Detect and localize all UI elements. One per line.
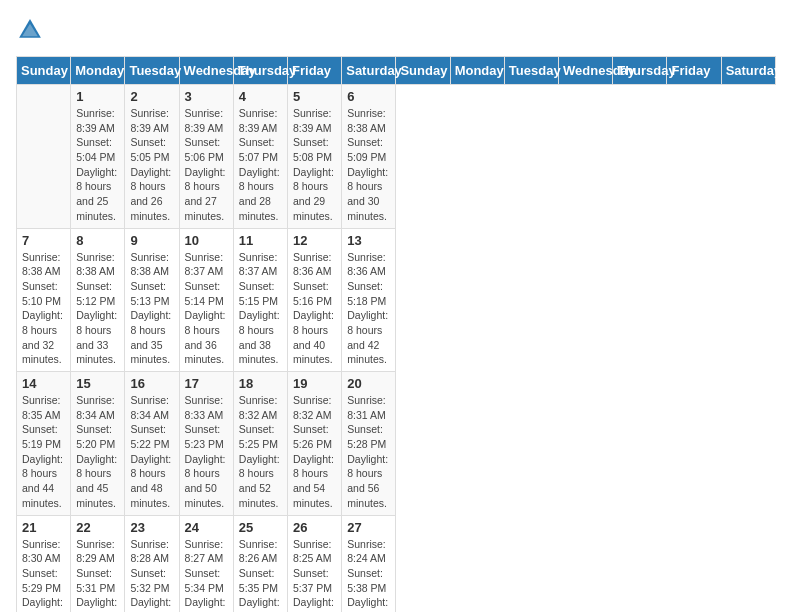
cell-info: Sunrise: 8:28 AMSunset: 5:32 PMDaylight:… — [130, 537, 173, 613]
calendar-cell: 3Sunrise: 8:39 AMSunset: 5:06 PMDaylight… — [179, 85, 233, 229]
day-number: 20 — [347, 376, 390, 391]
calendar-week-row: 7Sunrise: 8:38 AMSunset: 5:10 PMDaylight… — [17, 228, 776, 372]
day-number: 25 — [239, 520, 282, 535]
calendar-week-row: 1Sunrise: 8:39 AMSunset: 5:04 PMDaylight… — [17, 85, 776, 229]
day-number: 11 — [239, 233, 282, 248]
day-number: 13 — [347, 233, 390, 248]
cell-info: Sunrise: 8:31 AMSunset: 5:28 PMDaylight:… — [347, 393, 390, 511]
calendar-cell: 20Sunrise: 8:31 AMSunset: 5:28 PMDayligh… — [342, 372, 396, 516]
cell-info: Sunrise: 8:39 AMSunset: 5:05 PMDaylight:… — [130, 106, 173, 224]
cell-info: Sunrise: 8:38 AMSunset: 5:09 PMDaylight:… — [347, 106, 390, 224]
day-number: 15 — [76, 376, 119, 391]
calendar-cell: 11Sunrise: 8:37 AMSunset: 5:15 PMDayligh… — [233, 228, 287, 372]
cell-info: Sunrise: 8:36 AMSunset: 5:18 PMDaylight:… — [347, 250, 390, 368]
day-header-friday: Friday — [667, 57, 721, 85]
cell-info: Sunrise: 8:27 AMSunset: 5:34 PMDaylight:… — [185, 537, 228, 613]
day-number: 14 — [22, 376, 65, 391]
calendar-cell: 15Sunrise: 8:34 AMSunset: 5:20 PMDayligh… — [71, 372, 125, 516]
day-number: 1 — [76, 89, 119, 104]
cell-info: Sunrise: 8:39 AMSunset: 5:04 PMDaylight:… — [76, 106, 119, 224]
calendar-cell: 4Sunrise: 8:39 AMSunset: 5:07 PMDaylight… — [233, 85, 287, 229]
day-number: 9 — [130, 233, 173, 248]
day-number: 8 — [76, 233, 119, 248]
calendar-week-row: 21Sunrise: 8:30 AMSunset: 5:29 PMDayligh… — [17, 515, 776, 612]
day-number: 23 — [130, 520, 173, 535]
logo-icon — [16, 16, 44, 44]
calendar-cell: 10Sunrise: 8:37 AMSunset: 5:14 PMDayligh… — [179, 228, 233, 372]
day-number: 6 — [347, 89, 390, 104]
cell-info: Sunrise: 8:38 AMSunset: 5:12 PMDaylight:… — [76, 250, 119, 368]
cell-info: Sunrise: 8:39 AMSunset: 5:07 PMDaylight:… — [239, 106, 282, 224]
calendar-cell: 17Sunrise: 8:33 AMSunset: 5:23 PMDayligh… — [179, 372, 233, 516]
cell-info: Sunrise: 8:38 AMSunset: 5:13 PMDaylight:… — [130, 250, 173, 368]
cell-info: Sunrise: 8:26 AMSunset: 5:35 PMDaylight:… — [239, 537, 282, 613]
calendar-cell: 16Sunrise: 8:34 AMSunset: 5:22 PMDayligh… — [125, 372, 179, 516]
day-number: 3 — [185, 89, 228, 104]
cell-info: Sunrise: 8:32 AMSunset: 5:25 PMDaylight:… — [239, 393, 282, 511]
calendar-table: SundayMondayTuesdayWednesdayThursdayFrid… — [16, 56, 776, 612]
day-number: 16 — [130, 376, 173, 391]
cell-info: Sunrise: 8:35 AMSunset: 5:19 PMDaylight:… — [22, 393, 65, 511]
cell-info: Sunrise: 8:37 AMSunset: 5:15 PMDaylight:… — [239, 250, 282, 368]
calendar-cell: 1Sunrise: 8:39 AMSunset: 5:04 PMDaylight… — [71, 85, 125, 229]
calendar-cell: 12Sunrise: 8:36 AMSunset: 5:16 PMDayligh… — [288, 228, 342, 372]
day-header-monday: Monday — [71, 57, 125, 85]
calendar-cell: 9Sunrise: 8:38 AMSunset: 5:13 PMDaylight… — [125, 228, 179, 372]
cell-info: Sunrise: 8:33 AMSunset: 5:23 PMDaylight:… — [185, 393, 228, 511]
calendar-cell: 27Sunrise: 8:24 AMSunset: 5:38 PMDayligh… — [342, 515, 396, 612]
day-number: 17 — [185, 376, 228, 391]
calendar-cell: 23Sunrise: 8:28 AMSunset: 5:32 PMDayligh… — [125, 515, 179, 612]
day-header-thursday: Thursday — [613, 57, 667, 85]
calendar-cell: 13Sunrise: 8:36 AMSunset: 5:18 PMDayligh… — [342, 228, 396, 372]
day-header-saturday: Saturday — [342, 57, 396, 85]
cell-info: Sunrise: 8:24 AMSunset: 5:38 PMDaylight:… — [347, 537, 390, 613]
day-number: 26 — [293, 520, 336, 535]
cell-info: Sunrise: 8:36 AMSunset: 5:16 PMDaylight:… — [293, 250, 336, 368]
day-header-sunday: Sunday — [17, 57, 71, 85]
cell-info: Sunrise: 8:37 AMSunset: 5:14 PMDaylight:… — [185, 250, 228, 368]
day-number: 24 — [185, 520, 228, 535]
day-header-tuesday: Tuesday — [125, 57, 179, 85]
page-header — [16, 16, 776, 44]
day-number: 4 — [239, 89, 282, 104]
day-header-saturday: Saturday — [721, 57, 775, 85]
day-header-tuesday: Tuesday — [504, 57, 558, 85]
day-number: 12 — [293, 233, 336, 248]
calendar-cell: 25Sunrise: 8:26 AMSunset: 5:35 PMDayligh… — [233, 515, 287, 612]
cell-info: Sunrise: 8:34 AMSunset: 5:20 PMDaylight:… — [76, 393, 119, 511]
day-number: 27 — [347, 520, 390, 535]
day-number: 19 — [293, 376, 336, 391]
cell-info: Sunrise: 8:29 AMSunset: 5:31 PMDaylight:… — [76, 537, 119, 613]
calendar-cell: 18Sunrise: 8:32 AMSunset: 5:25 PMDayligh… — [233, 372, 287, 516]
day-number: 10 — [185, 233, 228, 248]
calendar-cell: 7Sunrise: 8:38 AMSunset: 5:10 PMDaylight… — [17, 228, 71, 372]
day-header-monday: Monday — [450, 57, 504, 85]
calendar-cell: 5Sunrise: 8:39 AMSunset: 5:08 PMDaylight… — [288, 85, 342, 229]
cell-info: Sunrise: 8:39 AMSunset: 5:06 PMDaylight:… — [185, 106, 228, 224]
calendar-cell: 8Sunrise: 8:38 AMSunset: 5:12 PMDaylight… — [71, 228, 125, 372]
calendar-header-row: SundayMondayTuesdayWednesdayThursdayFrid… — [17, 57, 776, 85]
day-header-thursday: Thursday — [233, 57, 287, 85]
day-header-wednesday: Wednesday — [559, 57, 613, 85]
day-header-wednesday: Wednesday — [179, 57, 233, 85]
day-header-friday: Friday — [288, 57, 342, 85]
cell-info: Sunrise: 8:30 AMSunset: 5:29 PMDaylight:… — [22, 537, 65, 613]
calendar-cell: 14Sunrise: 8:35 AMSunset: 5:19 PMDayligh… — [17, 372, 71, 516]
calendar-cell: 6Sunrise: 8:38 AMSunset: 5:09 PMDaylight… — [342, 85, 396, 229]
day-number: 5 — [293, 89, 336, 104]
cell-info: Sunrise: 8:25 AMSunset: 5:37 PMDaylight:… — [293, 537, 336, 613]
calendar-week-row: 14Sunrise: 8:35 AMSunset: 5:19 PMDayligh… — [17, 372, 776, 516]
day-number: 7 — [22, 233, 65, 248]
day-number: 18 — [239, 376, 282, 391]
logo — [16, 16, 48, 44]
day-number: 21 — [22, 520, 65, 535]
day-number: 2 — [130, 89, 173, 104]
calendar-cell: 2Sunrise: 8:39 AMSunset: 5:05 PMDaylight… — [125, 85, 179, 229]
calendar-cell: 24Sunrise: 8:27 AMSunset: 5:34 PMDayligh… — [179, 515, 233, 612]
cell-info: Sunrise: 8:34 AMSunset: 5:22 PMDaylight:… — [130, 393, 173, 511]
calendar-cell — [17, 85, 71, 229]
calendar-cell: 21Sunrise: 8:30 AMSunset: 5:29 PMDayligh… — [17, 515, 71, 612]
cell-info: Sunrise: 8:38 AMSunset: 5:10 PMDaylight:… — [22, 250, 65, 368]
calendar-cell: 26Sunrise: 8:25 AMSunset: 5:37 PMDayligh… — [288, 515, 342, 612]
day-number: 22 — [76, 520, 119, 535]
